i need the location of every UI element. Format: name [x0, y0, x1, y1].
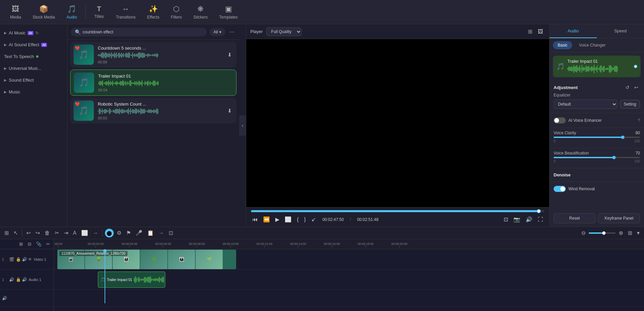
- reset-button[interactable]: Reset: [554, 213, 595, 223]
- equalizer-label: Equalizer: [550, 92, 644, 98]
- tl-crop-button[interactable]: ⬜: [80, 228, 90, 237]
- step-back-button[interactable]: ⏮: [251, 215, 259, 224]
- voice-clarity-handle[interactable]: [621, 136, 624, 139]
- video-eye-icon[interactable]: 👁: [28, 257, 32, 262]
- tl-clip-button[interactable]: 📎: [34, 240, 43, 248]
- camera-button[interactable]: 📷: [512, 215, 522, 224]
- tl-more-button[interactable]: →: [91, 229, 100, 237]
- insert-button[interactable]: ↙: [310, 215, 317, 224]
- video-clip-1[interactable]: 👨‍👩‍👧 🌳 👨‍👩‍👧 🌿 👪 🌱 1110670_Amusement_Re…: [57, 250, 236, 269]
- toolbar-stock-media[interactable]: 📦 Stock Media: [28, 3, 60, 21]
- download-button-robotic[interactable]: ⬇: [226, 106, 233, 115]
- tl-arrow-button[interactable]: →: [157, 229, 166, 237]
- toolbar-templates[interactable]: ▣ Templates: [215, 3, 243, 21]
- tl-delete-button[interactable]: 🗑: [43, 229, 52, 237]
- fullscreen-button[interactable]: ⛶: [536, 215, 544, 224]
- volume-button[interactable]: 🔊: [524, 215, 534, 224]
- toolbar-titles[interactable]: T Titles: [89, 4, 109, 20]
- tl-ai-cut-button[interactable]: ✂: [45, 240, 52, 248]
- voice-clarity-track[interactable]: [554, 137, 640, 138]
- search-input[interactable]: [83, 30, 203, 34]
- zoom-in-button[interactable]: ⊕: [617, 228, 625, 237]
- tl-split-button[interactable]: ⇥: [62, 228, 70, 237]
- audio-volume-icon[interactable]: 🔊: [22, 277, 27, 282]
- collapse-panel-button[interactable]: ‹: [239, 115, 246, 136]
- toolbar-stickers[interactable]: ❋ Stickers: [189, 3, 213, 21]
- keyframe-panel-button[interactable]: Keyframe Panel: [598, 213, 640, 223]
- progress-handle[interactable]: [537, 209, 541, 213]
- tl-text-button[interactable]: A: [71, 229, 78, 237]
- tl-multi-select-button[interactable]: ⊞: [3, 228, 10, 237]
- quality-select[interactable]: Full Quality Half Quality: [266, 27, 302, 36]
- tl-grid-view-button[interactable]: ⊞: [626, 228, 634, 237]
- sidebar-item-universal-music[interactable]: ▶ Universal Musi...: [0, 62, 67, 74]
- audio-lock-icon[interactable]: 🔒: [16, 277, 21, 282]
- tab-audio[interactable]: Audio: [550, 24, 597, 38]
- frame-back-button[interactable]: ⏪: [262, 215, 271, 224]
- audio-preview-handle[interactable]: [634, 65, 637, 68]
- video-lock-icon[interactable]: 🔒: [16, 257, 21, 262]
- voice-beautification-track[interactable]: [554, 157, 640, 158]
- zoom-handle[interactable]: [602, 231, 606, 235]
- more-options-button[interactable]: ···: [228, 27, 236, 37]
- tl-undo-button[interactable]: ↩: [25, 228, 32, 237]
- video-volume-icon[interactable]: 🔊: [22, 257, 27, 262]
- toolbar-effects[interactable]: ✨ Effects: [142, 3, 164, 21]
- tl-active-track-button[interactable]: ⬤: [105, 229, 114, 237]
- toolbar-filters[interactable]: ⬡ Filters: [166, 3, 187, 21]
- sub-tab-basic[interactable]: Basic: [553, 41, 572, 49]
- audio-clip-1[interactable]: 🎵 Trailer Impact 01: [98, 272, 165, 288]
- tl-cut-button[interactable]: ✂: [53, 228, 61, 237]
- mark-in-button[interactable]: {: [296, 215, 300, 224]
- sound-card-robotic[interactable]: ❤️ 🎵 Robotic System Count ... 00:03 ⬇: [70, 98, 236, 123]
- sidebar-item-text-to-speech[interactable]: Text To Speech: [0, 51, 67, 62]
- grid-view-button[interactable]: ⊞: [526, 27, 534, 36]
- zoom-track[interactable]: [589, 232, 616, 234]
- ai-voice-enhancer-toggle[interactable]: [554, 117, 566, 123]
- tl-settings-button[interactable]: ⚙: [115, 228, 123, 237]
- progress-bar[interactable]: [251, 210, 544, 212]
- adjustment-reset-button[interactable]: ↺: [624, 84, 631, 91]
- sidebar-item-sound-effect[interactable]: ▶ Sound Effect: [0, 74, 67, 86]
- equalizer-setting-button[interactable]: Setting: [620, 100, 640, 109]
- tab-speed[interactable]: Speed: [597, 24, 644, 38]
- stop-button[interactable]: ⬜: [283, 215, 293, 224]
- mark-out-button[interactable]: }: [303, 215, 307, 224]
- tl-notes-button[interactable]: 📋: [145, 228, 156, 237]
- voice-beautification-section: Voice Beautification 70 0 100: [550, 149, 644, 167]
- toggle-knob: [554, 118, 559, 123]
- sound-card-countdown[interactable]: ❤️ 🎵 Countdown 5 seconds ... 00:08 ⬇: [70, 42, 236, 67]
- sidebar-item-music[interactable]: ▶ Music: [0, 86, 67, 98]
- adjustment-undo-button[interactable]: ↩: [633, 84, 640, 91]
- zoom-out-button[interactable]: ⊖: [580, 228, 587, 237]
- search-input-wrap[interactable]: 🔍: [71, 28, 207, 36]
- toolbar-media[interactable]: 🖼 Media: [5, 3, 26, 21]
- sub-tab-voice-changer[interactable]: Voice Changer: [574, 41, 610, 49]
- sidebar-item-ai-sound-effect[interactable]: ▶ AI Sound Effect AI: [0, 39, 67, 51]
- help-icon[interactable]: ?: [638, 118, 640, 123]
- download-button-countdown[interactable]: ⬇: [226, 50, 233, 59]
- image-view-button[interactable]: 🖼: [536, 27, 545, 36]
- tl-cursor-button[interactable]: ↖: [12, 228, 20, 237]
- sidebar-item-ai-music[interactable]: ▶ AI Music AI ↻: [0, 27, 67, 39]
- equalizer-select[interactable]: Default: [554, 100, 617, 109]
- tl-redo-button[interactable]: ↪: [34, 228, 41, 237]
- play-button[interactable]: ▶: [274, 215, 281, 224]
- layout-button[interactable]: ⊡: [502, 215, 509, 224]
- player-controls: ⏮ ⏪ ▶ ⬜ { } ↙ 00:02:47:50 / 00:02:51:48 …: [246, 207, 549, 227]
- timeline-header-row: ⊞ ⊟ 📎 ✂: [0, 239, 54, 249]
- tl-pip-button[interactable]: ⊡: [167, 228, 175, 237]
- toolbar-transitions[interactable]: ↔ Transitions: [111, 3, 140, 21]
- tl-chevron-button[interactable]: ▾: [635, 228, 641, 237]
- tl-link-button[interactable]: ⊟: [26, 240, 33, 248]
- wind-removal-toggle[interactable]: [554, 186, 566, 192]
- tl-add-track-button[interactable]: ⊞: [18, 240, 25, 248]
- toolbar-audio[interactable]: 🎵 Audio: [62, 3, 82, 21]
- filter-button[interactable]: All ▾: [209, 28, 225, 36]
- tl-voice-button[interactable]: 🎤: [134, 228, 144, 237]
- tl-flag-button[interactable]: ⚑: [124, 228, 133, 237]
- voice-beautification-handle[interactable]: [612, 156, 616, 159]
- sound-card-trailer-impact[interactable]: 🎵 Trailer Impact 01 00:04: [70, 69, 236, 96]
- video-1-actions: 🔒 🔊 👁: [16, 257, 32, 262]
- voice-clarity-value: 80: [636, 131, 640, 135]
